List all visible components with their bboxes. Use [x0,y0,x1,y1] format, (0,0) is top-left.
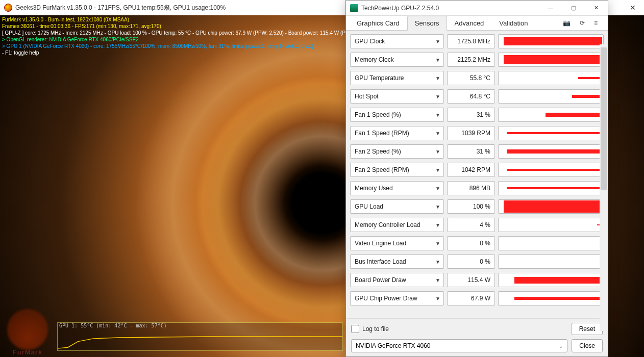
sensor-value[interactable]: 55.8 °C [447,71,495,85]
maximize-button[interactable]: ▢ [562,1,585,16]
sensor-name-label: Memory Clock [355,56,394,63]
sensor-value[interactable]: 0 % [447,254,495,269]
sensor-row: Fan 2 Speed (%) ▼ 31 % [350,143,604,160]
tab-advanced[interactable]: Advanced [447,16,492,31]
sensor-graph[interactable] [498,71,604,85]
tab-sensors[interactable]: Sensors [407,16,447,31]
sensor-row: Fan 1 Speed (RPM) ▼ 1039 RPM [350,124,604,142]
sensor-name-dropdown[interactable]: Hot Spot ▼ [350,89,444,104]
refresh-icon[interactable]: ⟳ [580,19,585,27]
sensor-graph[interactable] [498,53,604,67]
tab-graphics-card[interactable]: Graphics Card [349,16,407,31]
furmark-app-icon [4,4,12,12]
sensor-name-dropdown[interactable]: Memory Clock ▼ [350,53,444,67]
sensor-row: GPU Clock ▼ 1725.0 MHz [350,33,604,50]
sensor-graph[interactable] [498,254,604,269]
sensor-name-label: GPU Chip Power Draw [355,295,417,302]
sensor-graph[interactable] [498,199,604,214]
sensor-value[interactable]: 0 % [447,236,495,250]
sensor-value[interactable]: 64.8 °C [447,89,495,104]
log-to-file-checkbox[interactable]: Log to file [351,325,389,333]
screenshot-icon[interactable]: 📷 [563,19,571,27]
sensor-value[interactable]: 4 % [447,218,495,232]
close-window-button[interactable]: ✕ [585,1,608,16]
furmark-close-button[interactable]: ✕ [621,0,644,15]
chevron-down-icon: ▼ [435,39,440,44]
sensor-value[interactable]: 31 % [447,144,495,159]
sensor-value[interactable]: 100 % [447,199,495,214]
sensor-row: Board Power Draw ▼ 115.4 W [350,271,604,289]
sensor-name-dropdown[interactable]: Fan 2 Speed (%) ▼ [350,144,444,159]
sensor-name-dropdown[interactable]: Fan 1 Speed (RPM) ▼ [350,126,444,140]
chevron-down-icon: ▼ [435,277,440,283]
sensor-row: Bus Interface Load ▼ 0 % [350,253,604,270]
chevron-down-icon: ▼ [435,57,440,63]
sensor-name-dropdown[interactable]: Board Power Draw ▼ [350,273,444,287]
sensor-name-dropdown[interactable]: Memory Controller Load ▼ [350,218,444,232]
sensor-value[interactable]: 1042 RPM [447,163,495,177]
gpuz-titlebar[interactable]: TechPowerUp GPU-Z 2.54.0 — ▢ ✕ [346,1,608,16]
sensor-name-dropdown[interactable]: GPU Temperature ▼ [350,71,444,85]
sensor-graph[interactable] [498,273,604,287]
sensor-value[interactable]: 31 % [447,108,495,122]
reset-button[interactable]: Reset [572,323,603,335]
sensor-row: Video Engine Load ▼ 0 % [350,235,604,252]
sensor-row: Memory Used ▼ 896 MB [350,180,604,197]
sensor-name-dropdown[interactable]: GPU Clock ▼ [350,34,444,48]
sensor-name-dropdown[interactable]: Video Engine Load ▼ [350,236,444,250]
sensor-graph[interactable] [498,163,604,177]
sensor-row: GPU Chip Power Draw ▼ 67.9 W [350,290,604,307]
sensor-name-dropdown[interactable]: Fan 1 Speed (%) ▼ [350,108,444,122]
chevron-down-icon: ⌄ [559,343,563,349]
sensor-graph[interactable] [498,181,604,195]
sensor-graph[interactable] [498,218,604,232]
sensor-value[interactable]: 1039 RPM [447,126,495,140]
sensor-value[interactable]: 115.4 W [447,273,495,287]
sensor-graph[interactable] [498,236,604,250]
sensor-name-label: GPU Load [355,203,383,210]
sensor-name-label: Fan 1 Speed (RPM) [355,130,409,137]
sensor-graph[interactable] [498,89,604,104]
gpuz-window[interactable]: TechPowerUp GPU-Z 2.54.0 — ▢ ✕ Graphics … [345,0,608,357]
sensor-graph[interactable] [498,144,604,159]
sensor-value[interactable]: 896 MB [447,181,495,195]
sensor-value[interactable]: 67.9 W [447,291,495,305]
sensor-name-dropdown[interactable]: GPU Load ▼ [350,199,444,214]
menu-icon[interactable]: ≡ [594,19,598,27]
chevron-down-icon: ▼ [435,296,440,301]
chevron-down-icon: ▼ [435,259,440,265]
sensor-graph[interactable] [498,34,604,48]
chevron-down-icon: ▼ [435,167,440,173]
scrollbar[interactable] [600,44,608,331]
gpu-select-dropdown[interactable]: NVIDIA GeForce RTX 4060 ⌄ [351,339,567,352]
sensor-name-label: Fan 2 Speed (RPM) [355,166,409,173]
sensor-name-label: GPU Temperature [355,74,404,82]
sensor-value[interactable]: 2125.2 MHz [447,53,495,67]
sensor-graph[interactable] [498,291,604,305]
sensor-graph[interactable] [498,108,604,122]
sensor-value[interactable]: 1725.0 MHz [447,34,495,48]
sensor-name-dropdown[interactable]: Fan 2 Speed (RPM) ▼ [350,163,444,177]
checkbox-icon [351,325,359,333]
tab-validation[interactable]: Validation [491,16,535,31]
sensor-row: GPU Load ▼ 100 % [350,198,604,215]
sensor-name-label: Fan 1 Speed (%) [355,111,401,118]
close-button[interactable]: Close [572,339,603,352]
sensor-name-label: GPU Clock [355,38,385,45]
sensor-name-dropdown[interactable]: Memory Used ▼ [350,181,444,195]
sensor-row: Fan 2 Speed (RPM) ▼ 1042 RPM [350,161,604,178]
chevron-down-icon: ▼ [435,241,440,246]
log-to-file-label: Log to file [362,325,389,333]
scrollbar-thumb[interactable] [601,47,607,190]
chevron-down-icon: ▼ [435,149,440,155]
sensor-name-dropdown[interactable]: GPU Chip Power Draw ▼ [350,291,444,305]
minimize-button[interactable]: — [539,1,562,16]
furmark-temp-graph [57,322,343,351]
sensor-name-label: Video Engine Load [355,240,406,247]
sensor-name-label: Fan 2 Speed (%) [355,148,401,155]
chevron-down-icon: ▼ [435,204,440,210]
sensor-name-label: Memory Controller Load [355,221,420,228]
gpuz-tabs: Graphics Card Sensors Advanced Validatio… [346,16,608,31]
sensor-graph[interactable] [498,126,604,140]
sensor-name-dropdown[interactable]: Bus Interface Load ▼ [350,254,444,269]
